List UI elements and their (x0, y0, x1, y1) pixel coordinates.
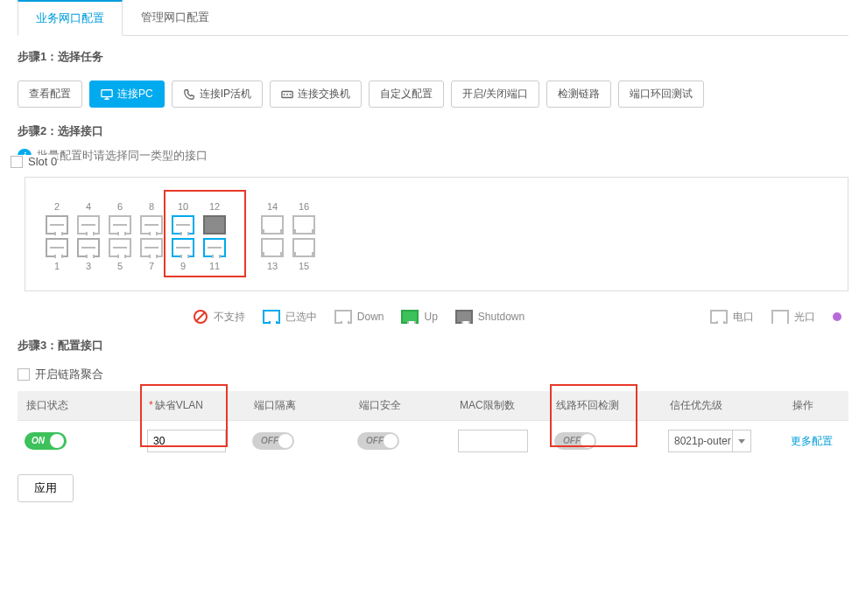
status-toggle[interactable] (25, 432, 67, 450)
legend-selected-icon (263, 310, 280, 324)
port-15[interactable] (292, 238, 315, 257)
connect-switch-button[interactable]: 连接交换机 (270, 80, 362, 108)
port-16[interactable] (292, 215, 315, 234)
col-trust: 信任优先级 (661, 391, 784, 421)
info-text: 批量配置时请选择同一类型的接口 (37, 148, 208, 164)
port-5[interactable] (109, 238, 131, 257)
port-grid: 21 43 65 87 109 1211 1413 1615 (43, 200, 830, 273)
step3-title: 步骤3：配置接口 (18, 338, 848, 354)
security-toggle[interactable] (357, 432, 399, 450)
slot0-checkbox[interactable] (11, 156, 23, 168)
phone-icon (183, 88, 195, 101)
detect-link-button[interactable]: 检测链路 (546, 80, 611, 108)
col-security: 端口安全 (350, 391, 451, 421)
port-switch-button[interactable]: 开启/关闭端口 (451, 80, 539, 108)
switch-icon (281, 88, 293, 101)
vlan-input[interactable] (147, 430, 226, 452)
port-11[interactable] (203, 238, 226, 257)
slot0-panel: 21 43 65 87 109 1211 1413 1615 (25, 177, 848, 291)
port-8[interactable] (140, 215, 163, 234)
connect-pc-button[interactable]: 连接PC (89, 80, 165, 108)
forbidden-icon (193, 309, 208, 325)
port-13[interactable] (261, 238, 284, 257)
monitor-icon (101, 88, 113, 101)
port-3[interactable] (77, 238, 100, 257)
port-loopback-button[interactable]: 端口环回测试 (618, 80, 704, 108)
port-6[interactable] (109, 215, 131, 234)
port-4[interactable] (77, 215, 100, 234)
info-row: i 批量配置时请选择同一类型的接口 (18, 148, 848, 164)
task-button-row: 查看配置 连接PC 连接IP活机 连接交换机 自定义配置 开启/关闭端口 检测链… (18, 80, 848, 108)
col-loop: 线路环回检测 (547, 391, 661, 421)
config-row: 8021p-outer 更多配置 (18, 421, 848, 462)
connect-ipphone-button[interactable]: 连接IP活机 (172, 80, 263, 108)
col-op: 操作 (784, 391, 848, 421)
config-table: 接口状态 *缺省VLAN 端口隔离 端口安全 MAC限制数 线路环回检测 信任优… (18, 391, 848, 461)
legend-up-icon (401, 310, 419, 324)
tab-manage-port[interactable]: 管理网口配置 (123, 0, 228, 35)
port-7[interactable] (140, 238, 163, 257)
port-1[interactable] (46, 238, 68, 257)
legend-purple-dot (833, 312, 841, 321)
slot0-label: Slot 0 (28, 155, 57, 168)
mac-input[interactable] (458, 430, 528, 452)
col-vlan: *缺省VLAN (140, 391, 245, 421)
port-12[interactable] (203, 215, 226, 234)
trust-select[interactable]: 8021p-outer (668, 430, 751, 452)
link-agg-row: 开启链路聚合 (18, 367, 848, 382)
isolate-toggle[interactable] (252, 432, 294, 450)
step2-title: 步骤2：选择接口 (18, 123, 848, 139)
more-config-link[interactable]: 更多配置 (791, 435, 833, 447)
legend-electric-icon (710, 310, 728, 324)
custom-config-button[interactable]: 自定义配置 (369, 80, 444, 108)
slot-checkbox-row: Slot 0 (11, 155, 57, 168)
col-isolate: 端口隔离 (245, 391, 350, 421)
apply-button[interactable]: 应用 (18, 474, 74, 502)
legend-optical-icon (771, 310, 789, 324)
svg-line-3 (196, 312, 205, 321)
view-config-button[interactable]: 查看配置 (18, 80, 82, 108)
port-14[interactable] (261, 215, 284, 234)
loop-toggle[interactable] (554, 432, 596, 450)
port-9[interactable] (172, 238, 194, 257)
tab-service-port[interactable]: 业务网口配置 (18, 0, 123, 36)
port-2[interactable] (46, 215, 68, 234)
col-status: 接口状态 (18, 391, 140, 421)
step1-title: 步骤1：选择任务 (18, 49, 848, 65)
tabs: 业务网口配置 管理网口配置 (18, 0, 848, 36)
link-agg-label: 开启链路聚合 (35, 367, 103, 382)
link-agg-checkbox[interactable] (18, 368, 30, 381)
legend: 不支持 已选中 Down Up Shutdown 电口 光口 (18, 309, 848, 325)
port-10[interactable] (172, 215, 194, 234)
col-mac: MAC限制数 (451, 391, 547, 421)
svg-rect-0 (102, 89, 112, 96)
legend-down-icon (334, 310, 352, 324)
legend-shutdown-icon (455, 310, 473, 324)
